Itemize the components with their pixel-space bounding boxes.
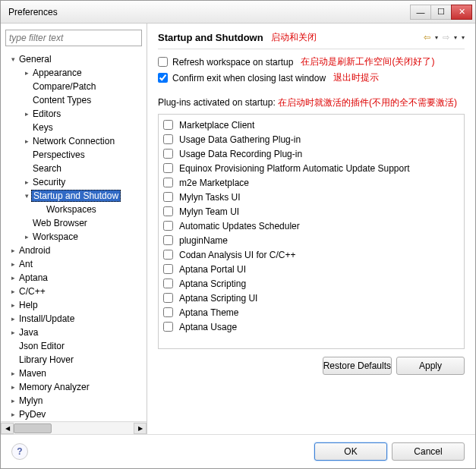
tree-item[interactable]: ▸C/C++	[1, 285, 147, 298]
chevron-right-icon[interactable]: ▸	[8, 370, 17, 377]
plugin-checkbox[interactable]	[163, 307, 173, 317]
plugin-checkbox[interactable]	[163, 178, 173, 187]
tree-item[interactable]: ▸Maven	[1, 367, 147, 380]
tree-item[interactable]: ▸Security	[1, 175, 147, 189]
ok-button[interactable]: OK	[314, 442, 387, 461]
plugin-list[interactable]: Marketplace ClientUsage Data Gathering P…	[158, 114, 465, 349]
help-button[interactable]: ?	[11, 443, 28, 460]
chevron-right-icon[interactable]: ▸	[8, 247, 17, 254]
scroll-thumb[interactable]	[14, 423, 52, 433]
plugin-item[interactable]: Mylyn Tasks UI	[163, 190, 459, 204]
chevron-down-icon[interactable]: ▾	[8, 55, 17, 63]
close-button[interactable]: ✕	[451, 5, 472, 20]
plugin-checkbox[interactable]	[163, 163, 173, 173]
restore-defaults-button[interactable]: Restore Defaults	[323, 357, 392, 375]
plugin-checkbox[interactable]	[163, 134, 173, 144]
scroll-left-arrow[interactable]: ◀	[1, 423, 14, 434]
plugin-checkbox[interactable]	[163, 206, 173, 216]
plugin-item[interactable]: Aptana Usage	[163, 319, 459, 334]
tree-item-label: Library Hover	[17, 354, 75, 365]
plugin-checkbox[interactable]	[163, 149, 173, 159]
tree-item[interactable]: Web Browser	[1, 216, 147, 230]
refresh-label[interactable]: Refresh workspace on startup	[172, 57, 293, 68]
plugin-item[interactable]: Aptana Scripting UI	[163, 291, 459, 305]
tree-item[interactable]: Keys	[1, 121, 147, 134]
chevron-right-icon[interactable]: ▸	[22, 110, 31, 118]
tree-item[interactable]: Perspectives	[1, 148, 147, 162]
plugin-item[interactable]: Usage Data Recording Plug-in	[163, 146, 459, 161]
apply-button[interactable]: Apply	[396, 357, 465, 375]
tree-item[interactable]: ▸Memory Analyzer	[1, 380, 147, 394]
tree-item[interactable]: ▸Workspace	[1, 230, 147, 244]
chevron-right-icon[interactable]: ▸	[8, 288, 17, 295]
tree-item[interactable]: ▸Network Connection	[1, 134, 147, 148]
chevron-right-icon[interactable]: ▸	[22, 178, 31, 186]
nav-back-menu-icon[interactable]: ▾	[435, 34, 438, 41]
tree-item[interactable]: ▸Aptana	[1, 271, 147, 285]
tree-item[interactable]: ▸Java	[1, 326, 147, 339]
chevron-right-icon[interactable]: ▸	[8, 301, 17, 309]
tree-item[interactable]: ▸Install/Update	[1, 312, 147, 326]
chevron-right-icon[interactable]: ▸	[8, 383, 17, 391]
minimize-button[interactable]: —	[410, 5, 431, 20]
horizontal-scrollbar[interactable]: ◀ ▶	[1, 421, 147, 434]
plugin-checkbox[interactable]	[163, 120, 173, 130]
tree-item[interactable]: Workspaces	[1, 203, 147, 216]
maximize-button[interactable]: ☐	[430, 5, 452, 20]
tree-item[interactable]: ▾General	[1, 52, 147, 66]
filter-input[interactable]	[5, 30, 142, 46]
preferences-tree[interactable]: ▾General▸AppearanceCompare/PatchContent …	[1, 51, 147, 421]
content-pane: Startup and Shutdown 启动和关闭 ⇦▾ ⇨▾ ▾ Refre…	[147, 24, 475, 434]
plugin-item[interactable]: Codan Analysis UI for C/C++	[163, 247, 459, 262]
plugin-item[interactable]: Marketplace Client	[163, 118, 459, 132]
chevron-right-icon[interactable]: ▸	[22, 233, 31, 241]
plugin-checkbox[interactable]	[163, 192, 173, 202]
plugin-item[interactable]: pluginName	[163, 233, 459, 247]
plugin-item[interactable]: Aptana Portal UI	[163, 262, 459, 276]
plugin-item[interactable]: Equinox Provisioning Platform Automatic …	[163, 161, 459, 175]
chevron-right-icon[interactable]: ▸	[8, 274, 17, 282]
tree-item[interactable]: Library Hover	[1, 353, 147, 367]
tree-item[interactable]: Search	[1, 162, 147, 175]
page-menu-icon[interactable]: ▾	[462, 34, 465, 41]
chevron-right-icon[interactable]: ▸	[8, 397, 17, 404]
plugin-item[interactable]: Automatic Updates Scheduler	[163, 219, 459, 233]
plugin-checkbox[interactable]	[163, 221, 173, 231]
plugin-checkbox[interactable]	[163, 279, 173, 288]
plugin-item[interactable]: Mylyn Team UI	[163, 204, 459, 219]
plugin-item[interactable]: Aptana Theme	[163, 305, 459, 319]
nav-back-icon[interactable]: ⇦	[424, 33, 430, 42]
plugin-checkbox[interactable]	[163, 293, 173, 303]
tree-item[interactable]: ▸PyDev	[1, 408, 147, 421]
scroll-right-arrow[interactable]: ▶	[134, 423, 147, 434]
plugin-checkbox[interactable]	[163, 322, 173, 332]
tree-item[interactable]: ▸Mylyn	[1, 394, 147, 408]
plugin-item[interactable]: Usage Data Gathering Plug-in	[163, 132, 459, 146]
scroll-track[interactable]	[14, 423, 134, 434]
chevron-right-icon[interactable]: ▸	[8, 315, 17, 323]
tree-item[interactable]: Content Types	[1, 93, 147, 107]
refresh-checkbox[interactable]	[158, 57, 168, 67]
tree-item[interactable]: ▸Help	[1, 298, 147, 312]
plugin-item[interactable]: m2e Marketplace	[163, 175, 459, 190]
chevron-right-icon[interactable]: ▸	[8, 329, 17, 336]
tree-item[interactable]: Json Editor	[1, 339, 147, 353]
cancel-button[interactable]: Cancel	[392, 442, 465, 461]
tree-item[interactable]: ▾Startup and Shutdow	[1, 189, 147, 203]
plugin-checkbox[interactable]	[163, 250, 173, 260]
confirm-label[interactable]: Confirm exit when closing last window	[172, 73, 326, 83]
plugin-checkbox[interactable]	[163, 235, 173, 245]
chevron-right-icon[interactable]: ▸	[8, 260, 17, 268]
tree-item[interactable]: ▸Ant	[1, 257, 147, 271]
tree-item[interactable]: ▸Appearance	[1, 66, 147, 80]
chevron-right-icon[interactable]: ▸	[22, 137, 31, 145]
plugin-item[interactable]: Aptana Scripting	[163, 276, 459, 291]
tree-item[interactable]: Compare/Patch	[1, 80, 147, 93]
chevron-right-icon[interactable]: ▸	[8, 411, 17, 418]
chevron-right-icon[interactable]: ▸	[22, 69, 31, 77]
chevron-down-icon[interactable]: ▾	[22, 192, 31, 200]
tree-item[interactable]: ▸Android	[1, 244, 147, 257]
tree-item[interactable]: ▸Editors	[1, 107, 147, 121]
plugin-checkbox[interactable]	[163, 264, 173, 274]
confirm-checkbox[interactable]	[158, 73, 168, 83]
